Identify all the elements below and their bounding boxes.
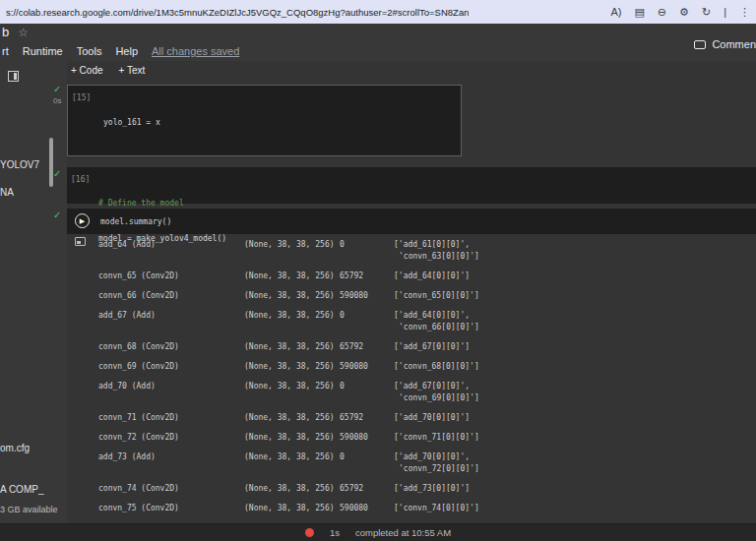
execution-status-bar: 1s completed at 10:55 AM	[0, 523, 756, 541]
summary-row: convn_69 (Conv2D) (None, 38, 38, 256) 59…	[98, 361, 754, 373]
execution-count: [16]	[71, 175, 90, 184]
disk-space-label: 3 GB available	[0, 505, 58, 514]
output-shape: (None, 38, 38, 256)	[244, 412, 340, 424]
cell-exec-time: 0s	[53, 96, 61, 105]
zoom-out-icon[interactable]: ⊖	[658, 6, 666, 19]
notebook-title[interactable]: b	[2, 25, 9, 39]
file-item[interactable]: om.cfg	[0, 443, 30, 453]
add-code-button[interactable]: + Code	[71, 65, 103, 76]
summary-row: add_67 (Add) (None, 38, 38, 256) 0 ['add…	[98, 310, 754, 333]
param-count: 65792	[340, 412, 394, 424]
layer-name: add_67 (Add)	[98, 310, 244, 333]
execution-duration: 1s	[330, 527, 340, 538]
play-icon: ▶	[80, 217, 85, 225]
refresh-icon[interactable]: ↻	[702, 6, 711, 19]
cell-success-check-icon: ✓	[53, 84, 61, 94]
code-cell-16[interactable]: [16] # Define the model model = make_yol…	[67, 167, 756, 204]
output-shape: (None, 38, 38, 256)	[244, 451, 340, 475]
code-cell-summary[interactable]: ▶ model.summary()	[67, 209, 756, 234]
param-count: 590080	[340, 503, 394, 514]
layer-name: convn_66 (Conv2D)	[98, 290, 244, 302]
code-line-blank	[103, 152, 464, 164]
star-icon[interactable]: ☆	[18, 26, 29, 39]
file-explorer-sidebar: YOLOV7 NA om.cfg A COMP_ 3 GB available	[0, 61, 67, 523]
output-panel-icon[interactable]	[75, 237, 86, 246]
code-cell-15[interactable]: [15] yolo_161 = x model = Model(input_im…	[67, 85, 462, 156]
connected-to: ['convn_65[0][0]']	[394, 290, 754, 302]
summary-row: add_70 (Add) (None, 38, 38, 256) 0 ['add…	[98, 381, 754, 404]
collapse-panel-icon[interactable]	[8, 71, 19, 82]
output-shape: (None, 38, 38, 256)	[244, 432, 340, 444]
read-aloud-icon[interactable]: A)	[610, 6, 621, 18]
file-item[interactable]: A COMP_	[0, 484, 43, 495]
execution-count: [15]	[72, 93, 91, 102]
autosave-status[interactable]: All changes saved	[152, 45, 239, 57]
layer-name: add_64 (Add)	[98, 239, 244, 263]
connected-to: ['add_73[0][0]']	[394, 483, 754, 495]
layer-name: convn_74 (Conv2D)	[98, 483, 244, 495]
output-shape: (None, 38, 38, 256)	[244, 361, 340, 373]
settings-icon[interactable]: ⚙	[679, 6, 689, 19]
cell-output: add_64 (Add) (None, 38, 38, 256) 0 ['add…	[98, 239, 754, 522]
browser-address-bar: s://colab.research.google.com/drive/1M3c…	[0, 0, 756, 24]
menu-tools[interactable]: Tools	[77, 45, 102, 57]
output-shape: (None, 38, 38, 256)	[244, 341, 340, 353]
add-text-button[interactable]: + Text	[119, 65, 146, 76]
layer-name: convn_65 (Conv2D)	[98, 270, 244, 282]
layer-name: add_73 (Add)	[98, 451, 244, 475]
code-line: yolo_161 = x	[103, 117, 464, 129]
file-item[interactable]: NA	[0, 187, 14, 198]
comment-label: Commen	[712, 38, 756, 50]
notebook-toolbar: + Code + Text	[71, 65, 145, 76]
param-count: 0	[340, 381, 394, 404]
notebook-title-row: b ☆	[2, 25, 29, 39]
execution-status-dot	[305, 528, 314, 537]
url-field[interactable]: s://colab.research.google.com/drive/1M3c…	[6, 7, 469, 18]
comment-button[interactable]: Commen	[694, 38, 756, 50]
connected-to: ['convn_74[0][0]']	[394, 503, 754, 514]
param-count: 65792	[340, 483, 394, 495]
menu-bar: rt Runtime Tools Help All changes saved	[2, 45, 239, 57]
browser-toolbar-icons: A) ▤ ⊖ ⚙ ↻ | ⋮	[610, 6, 750, 19]
summary-row: add_64 (Add) (None, 38, 38, 256) 0 ['add…	[98, 239, 754, 263]
summary-row: convn_75 (Conv2D) (None, 38, 38, 256) 59…	[98, 503, 754, 514]
connected-to: ['add_70[0][0]','convn_72[0][0]']	[394, 451, 754, 475]
summary-row: convn_72 (Conv2D) (None, 38, 38, 256) 59…	[98, 432, 754, 444]
colab-header: b ☆ rt Runtime Tools Help All changes sa…	[0, 24, 756, 61]
run-cell-button[interactable]: ▶	[75, 213, 90, 228]
summary-row: convn_68 (Conv2D) (None, 38, 38, 256) 65…	[98, 341, 754, 353]
layer-name: convn_68 (Conv2D)	[98, 341, 244, 353]
summary-row: convn_66 (Conv2D) (None, 38, 38, 256) 59…	[98, 290, 754, 302]
connected-to: ['add_64[0][0]']	[394, 270, 754, 282]
output-shape: (None, 38, 38, 256)	[244, 239, 340, 263]
file-item[interactable]: YOLOV7	[0, 159, 39, 170]
layer-name: add_70 (Add)	[98, 381, 244, 404]
menu-insert[interactable]: rt	[2, 45, 9, 57]
connected-to: ['add_67[0][0]']	[394, 341, 754, 353]
comment-icon	[694, 40, 706, 49]
output-shape: (None, 38, 38, 256)	[244, 381, 340, 404]
connected-to: ['add_70[0][0]']	[394, 412, 754, 424]
param-count: 0	[340, 310, 394, 333]
reading-list-icon[interactable]: ▤	[634, 6, 644, 19]
menu-runtime[interactable]: Runtime	[23, 45, 63, 57]
icon-divider: |	[724, 6, 726, 18]
summary-row: convn_71 (Conv2D) (None, 38, 38, 256) 65…	[98, 412, 754, 424]
param-count: 590080	[340, 361, 394, 373]
code-editor[interactable]: model.summary()	[100, 216, 171, 228]
cell-success-check-icon: ✓	[53, 210, 61, 220]
output-shape: (None, 38, 38, 256)	[244, 290, 340, 302]
layer-name: convn_71 (Conv2D)	[98, 412, 244, 424]
param-count: 0	[340, 451, 394, 475]
execution-completed-text: completed at 10:55 AM	[355, 527, 451, 538]
connected-to: ['convn_68[0][0]']	[394, 361, 754, 373]
more-icon[interactable]: ⋮	[739, 6, 750, 19]
output-shape: (None, 38, 38, 256)	[244, 483, 340, 495]
output-shape: (None, 38, 38, 256)	[244, 503, 340, 514]
connected-to: ['add_67[0][0]','convn_69[0][0]']	[394, 381, 754, 404]
menu-help[interactable]: Help	[115, 45, 138, 57]
sidebar-scrollbar[interactable]	[49, 138, 53, 187]
cell-success-check-icon: ✓	[53, 168, 61, 179]
output-shape: (None, 38, 38, 256)	[244, 310, 340, 333]
connected-to: ['convn_71[0][0]']	[394, 432, 754, 444]
